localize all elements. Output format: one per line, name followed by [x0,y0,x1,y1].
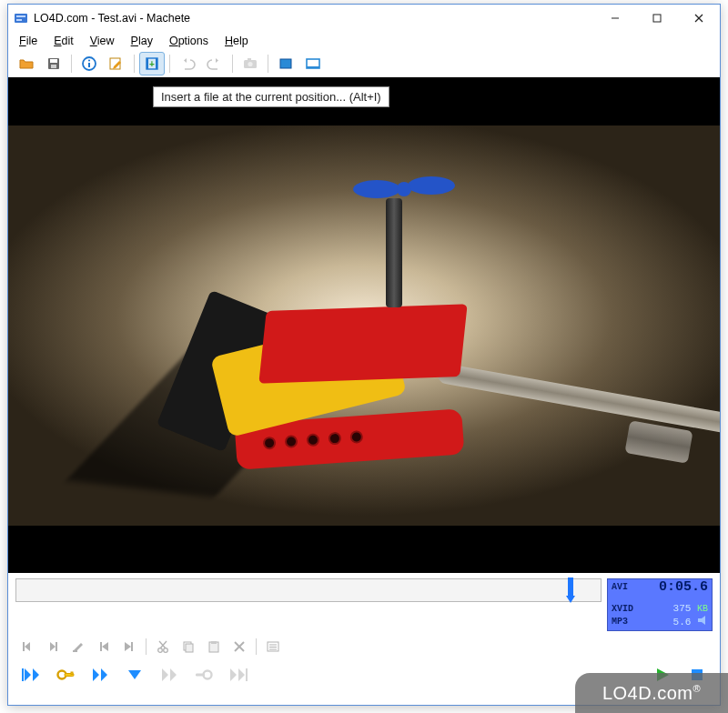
info-vcodec: XVID [612,603,633,616]
menu-play[interactable]: Play [124,33,160,49]
edit-tags-button[interactable] [104,52,129,75]
lego-rod [437,362,720,436]
list-button[interactable] [261,637,285,657]
audio-icon [697,616,708,625]
snapshot-button[interactable] [238,52,263,75]
sel-jump-start-button[interactable] [92,637,116,657]
svg-rect-44 [22,668,24,681]
svg-rect-50 [246,668,248,681]
svg-rect-28 [698,618,702,622]
svg-rect-16 [156,58,157,69]
copy-button[interactable] [177,637,200,657]
svg-point-26 [397,182,411,196]
svg-rect-29 [73,650,77,652]
info-vbr-unit: KB [697,604,708,614]
svg-point-19 [248,61,252,65]
toolbar-separator [169,55,170,73]
goto-start-button[interactable] [17,663,45,687]
menu-options[interactable]: Options [162,33,216,49]
svg-rect-0 [15,14,27,23]
delete-button[interactable] [228,637,251,657]
tooltip: Insert a file at the current position...… [153,86,389,107]
svg-rect-20 [248,58,251,61]
menu-view[interactable]: View [83,33,122,49]
svg-rect-49 [196,674,205,677]
next-keyframe-button[interactable] [190,663,217,687]
step-fwd-button[interactable] [156,663,183,687]
toolbar-separator [232,55,233,73]
svg-point-31 [164,648,168,653]
lego-pole [386,198,402,307]
lego-rotor [349,171,459,207]
info-acodec: MP3 [612,616,628,628]
redo-button[interactable] [202,52,228,75]
minimize-button[interactable] [594,5,636,32]
toolbar: + [8,50,720,77]
toolbar-separator [134,55,135,73]
menu-help[interactable]: Help [217,33,256,49]
svg-rect-21 [280,59,291,68]
svg-rect-37 [211,641,217,644]
svg-point-12 [88,59,90,61]
svg-point-24 [353,180,400,198]
svg-rect-1 [16,15,25,17]
timeline[interactable] [15,578,602,602]
selection-toolbar [8,635,720,658]
info-time: 0:05.6 [659,581,708,594]
maximize-button[interactable] [636,5,678,32]
watermark: LO4D.com® [575,673,728,713]
edit-bar: AVI 0:05.6 XVID 375 KB MP3 5.6 [8,573,720,635]
svg-rect-8 [50,59,57,63]
svg-rect-27 [568,577,573,596]
open-button[interactable] [14,52,39,75]
info-button[interactable] [76,52,102,75]
toolbar-separator [268,55,268,73]
toolbar-separator [71,55,72,73]
app-window: LO4D.com - Test.avi - Machete FileEditVi… [7,4,721,706]
svg-line-32 [160,641,167,648]
svg-rect-11 [88,63,90,67]
info-format: AVI [612,581,628,594]
prev-keyframe-button[interactable] [52,663,79,687]
sel-end-button[interactable] [41,637,65,657]
menu-file[interactable]: File [12,33,45,49]
svg-rect-23 [307,66,319,68]
video-viewport[interactable]: Insert a file at the current position...… [8,77,720,573]
cut-button[interactable] [151,637,175,657]
svg-rect-35 [186,644,193,652]
fit-window-button[interactable] [273,52,298,75]
goto-end-button[interactable] [225,663,252,687]
svg-point-30 [158,648,163,653]
lego-rod-tip [624,420,693,464]
svg-line-33 [159,641,166,648]
app-icon [14,11,28,25]
video-frame [8,126,720,526]
svg-rect-15 [147,58,148,69]
window-title: LO4D.com - Test.avi - Machete [34,12,190,25]
frame-back-button[interactable] [121,663,148,687]
info-vbr: 375 [673,603,692,614]
info-abr: 5.6 [673,617,692,628]
titlebar: LO4D.com - Test.avi - Machete [8,5,720,32]
lego-red-body [258,304,467,384]
svg-text:+: + [149,59,155,69]
save-button[interactable] [41,52,66,75]
menu-edit[interactable]: Edit [46,33,81,49]
paste-button[interactable] [202,637,226,657]
sel-start-button[interactable] [15,637,39,657]
info-display: AVI 0:05.6 XVID 375 KB MP3 5.6 [607,578,713,631]
svg-rect-4 [653,15,661,22]
undo-button[interactable] [175,52,200,75]
insert-file-button[interactable]: + [139,52,165,75]
svg-rect-2 [16,19,22,21]
fullscreen-button[interactable] [300,52,326,75]
svg-point-25 [408,176,455,195]
svg-rect-47 [71,672,73,675]
menubar: FileEditViewPlayOptionsHelp [8,32,720,50]
sel-clear-button[interactable] [66,637,90,657]
playhead-icon[interactable] [564,577,577,605]
step-back-button[interactable] [86,663,114,687]
svg-rect-9 [51,65,56,68]
close-button[interactable] [678,5,720,32]
sel-jump-end-button[interactable] [117,637,141,657]
